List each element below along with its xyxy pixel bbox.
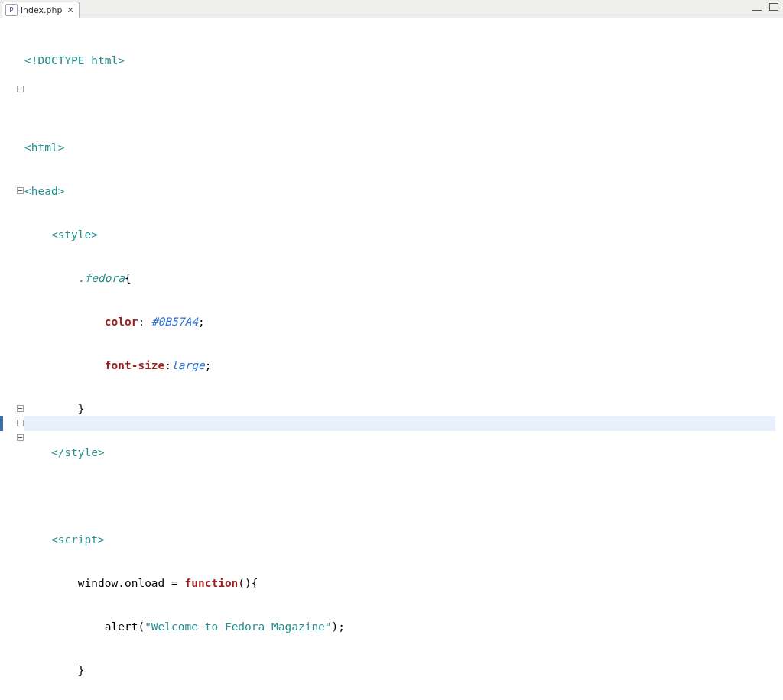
code-token [24, 316, 105, 328]
tab-index-php[interactable]: P index.php ✕ [2, 2, 80, 18]
fold-toggle-icon[interactable] [17, 405, 24, 412]
code-token: > [98, 446, 105, 459]
code-token: : [138, 316, 151, 328]
fold-toggle-icon[interactable] [17, 420, 24, 426]
code-token: ; [198, 316, 205, 328]
code-token: style [58, 228, 92, 241]
code-token: </ [51, 446, 64, 459]
editor-window: P index.php ✕ <!DOCTYPE html> <html> <he… [0, 0, 783, 700]
code-token: large [171, 359, 205, 371]
code-content[interactable]: <!DOCTYPE html> <html> <head> <style> .f… [24, 24, 775, 700]
editor-toolbar [752, 3, 778, 11]
fold-toggle-icon[interactable] [17, 434, 24, 441]
code-token: script [58, 533, 98, 546]
code-token [24, 228, 51, 241]
close-icon[interactable]: ✕ [67, 5, 74, 15]
code-token [24, 359, 105, 371]
code-token: #0B57A4 [151, 316, 198, 328]
code-token: "Welcome to Fedora Magazine" [145, 621, 331, 633]
code-token: ); [332, 621, 345, 633]
code-token: < [51, 228, 58, 241]
code-token: > [98, 533, 105, 546]
php-file-icon: P [5, 4, 18, 16]
tab-bar: P index.php ✕ [0, 0, 783, 18]
code-token: : [164, 359, 171, 371]
code-token: { [125, 272, 132, 284]
code-token [24, 403, 78, 415]
code-token: (){ [238, 577, 258, 589]
tab-label: index.php [21, 5, 63, 15]
fold-toggle-icon[interactable] [17, 187, 24, 194]
code-token: } [24, 664, 85, 676]
code-token: head [31, 185, 58, 197]
code-token: color [105, 316, 138, 328]
code-token: > [58, 185, 65, 197]
fold-toggle-icon[interactable] [17, 86, 24, 92]
code-token: font-size [105, 359, 165, 371]
code-token: ; [205, 359, 212, 371]
code-token: > [58, 141, 65, 154]
code-token: } [78, 403, 85, 415]
code-token: > [91, 228, 98, 241]
gutter [0, 18, 16, 700]
code-token: .fedora [78, 272, 125, 284]
code-token: alert( [24, 621, 145, 633]
code-token: window.onload = [24, 577, 185, 589]
code-token: <!DOCTYPE html> [24, 54, 125, 66]
code-token: html [31, 141, 58, 154]
code-token [24, 446, 51, 459]
code-token [24, 272, 78, 284]
code-token: < [24, 185, 31, 197]
current-line-marker [0, 416, 3, 431]
code-token: < [51, 533, 58, 546]
code-token [24, 533, 51, 546]
code-token: function [185, 577, 239, 589]
minimize-icon[interactable] [752, 3, 762, 11]
folding-ruler [15, 18, 24, 700]
maximize-icon[interactable] [769, 3, 778, 11]
code-editor[interactable]: <!DOCTYPE html> <html> <head> <style> .f… [0, 18, 783, 700]
code-token: < [24, 141, 31, 154]
code-token: style [64, 446, 98, 459]
